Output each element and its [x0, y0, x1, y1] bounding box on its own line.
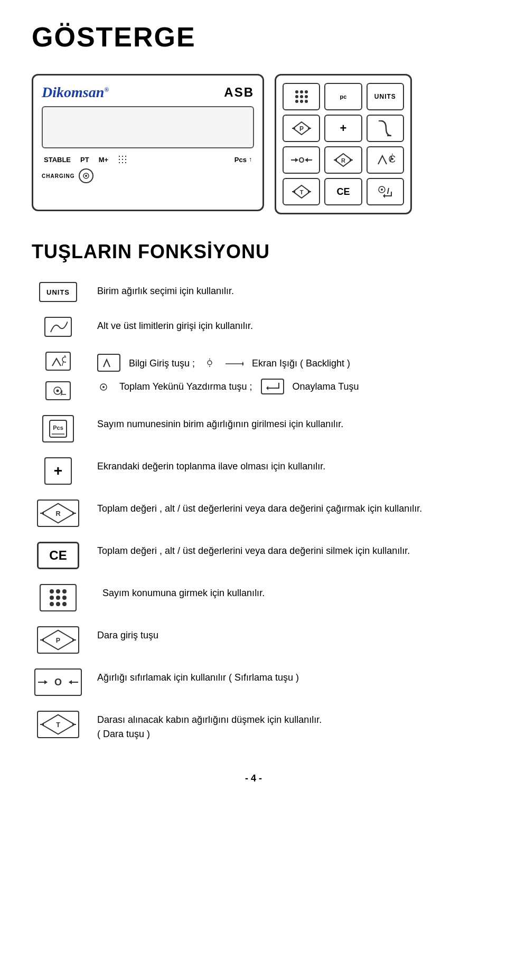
svg-marker-12: [305, 158, 308, 162]
backlight-text: Ekran Işığı ( Backlight ): [252, 356, 350, 371]
func-row-info: / /: [32, 352, 475, 400]
func-row-diamond-t: T Darası alınacak kabın ağırlığını düşme…: [32, 711, 475, 741]
func-row-ce: CE Toplam değeri , alt / üst değerlerini…: [32, 542, 475, 569]
svg-text:O: O: [298, 156, 304, 164]
svg-marker-18: [350, 158, 352, 162]
func-desc-arrow-o: Ağırlığı sıfırlamak için kullanılır ( Sı…: [97, 668, 475, 685]
func-row-pcs: Pcs Sayım numunesinin birim ağırlığının …: [32, 415, 475, 442]
key-arrow-o[interactable]: O: [283, 146, 320, 174]
svg-marker-16: [335, 158, 337, 162]
total-key-icon: [97, 380, 111, 394]
func-desc-plus: Ekrandaki değerin toplanma ilave olması …: [97, 457, 475, 474]
brand-logo: Dikomsan®: [42, 84, 109, 101]
svg-text:O: O: [54, 677, 62, 687]
key-plus[interactable]: +: [324, 115, 362, 142]
diamond-p-icon-box: P: [37, 626, 79, 654]
info-text1: Bilgi Giriş tuşu ;: [129, 356, 195, 371]
charging-icon: [79, 168, 93, 183]
display-box: [42, 106, 254, 148]
mplus-label: M+: [99, 156, 108, 164]
main-title: GÖSTERGE: [32, 21, 475, 53]
func-row-arrow-o: O Ağırlığı sıfırlamak için kullanılır ( …: [32, 668, 475, 696]
keypad-panel: pc UNITS P + O: [275, 74, 412, 214]
func-icon-info: / /: [32, 352, 84, 400]
svg-marker-28: [308, 190, 310, 194]
key-diamond-p[interactable]: P: [283, 115, 320, 142]
total-icon-box: /: [45, 381, 71, 400]
backlight-icon-inline: [203, 356, 216, 371]
pt-label: PT: [80, 156, 89, 164]
func-icon-arrow-o: O: [32, 668, 84, 696]
svg-marker-56: [72, 511, 74, 515]
svg-text:P: P: [299, 125, 304, 133]
func-desc-units: Birim ağırlık seçimi için kullanılır.: [97, 282, 475, 298]
key-plus-label: +: [340, 121, 347, 135]
svg-marker-44: [242, 362, 243, 366]
info-icon-box: /: [45, 352, 71, 371]
svg-text:Pcs: Pcs: [53, 425, 63, 431]
key-dots[interactable]: [283, 83, 320, 110]
units-icon-label: UNITS: [46, 288, 70, 296]
pcs-label: Pcs ↑: [234, 156, 252, 164]
pcs-icon-box: Pcs: [42, 415, 74, 442]
function-list: UNITS Birim ağırlık seçimi için kullanıl…: [32, 282, 475, 741]
plus-icon-box: +: [44, 457, 72, 485]
key-mixed[interactable]: /: [367, 146, 404, 174]
onaylama-text: Onaylama Tuşu: [293, 380, 359, 394]
func-desc-ce: Toplam değeri , alt / üst değerlerini ve…: [97, 542, 475, 558]
asb-label: ASB: [224, 85, 254, 100]
key-integral[interactable]: [367, 115, 404, 142]
svg-text:P: P: [56, 637, 60, 644]
info-key-label: [97, 354, 120, 373]
func-icon-units: UNITS: [32, 282, 84, 302]
func-desc-pcs: Sayım numunesinin birim ağırlığının giri…: [97, 415, 475, 431]
ce-icon-box: CE: [37, 542, 79, 569]
func-desc-dots: Sayım konumuna girmek için kullanılır.: [97, 584, 475, 600]
diamond-t-icon-box: T: [37, 711, 79, 738]
svg-marker-32: [383, 194, 385, 198]
svg-marker-54: [42, 511, 44, 515]
svg-point-37: [57, 390, 59, 392]
svg-point-46: [102, 386, 105, 388]
arrow-o-icon-box: O: [34, 668, 82, 696]
svg-marker-10: [295, 158, 298, 162]
dots-grid-icon-box: [40, 584, 77, 611]
svg-point-40: [208, 361, 212, 365]
func-row-dots: Sayım konumuna girmek için kullanılır.: [32, 584, 475, 611]
svg-marker-71: [42, 722, 44, 727]
key-pc-label: pc: [340, 93, 347, 100]
key-diamond-t[interactable]: T: [283, 178, 320, 205]
diamond-r-icon-box: R: [37, 500, 79, 527]
stable-label: STABLE: [44, 156, 71, 164]
units-icon-box: UNITS: [39, 282, 77, 302]
svg-text:R: R: [55, 510, 60, 517]
key-ce[interactable]: CE: [324, 178, 362, 205]
device-illustration: Dikomsan® ASB STABLE PT M+ Pcs ↑ CHARGIN…: [32, 74, 475, 214]
total-text1: Toplam Yekünü Yazdırma tuşu ;: [119, 380, 252, 394]
func-icon-diamond-p: P: [32, 626, 84, 654]
svg-text:/: /: [387, 187, 389, 195]
svg-marker-47: [266, 386, 268, 390]
limit-icon-box: [44, 317, 72, 337]
func-icon-dots: [32, 584, 84, 611]
func-desc-diamond-t: Darası alınacak kabın ağırlığını düşmek …: [97, 711, 475, 741]
func-icon-pcs: Pcs: [32, 415, 84, 442]
charging-section: CHARGING: [42, 168, 254, 183]
charging-label: CHARGING: [42, 173, 74, 179]
key-diamond-r[interactable]: R: [324, 146, 362, 174]
svg-marker-67: [69, 680, 72, 684]
key-ce-label: CE: [336, 186, 350, 197]
key-enter[interactable]: /: [367, 178, 404, 205]
func-row-units: UNITS Birim ağırlık seçimi için kullanıl…: [32, 282, 475, 302]
func-desc-diamond-r: Toplam değeri , alt / üst değerlerini ve…: [97, 500, 475, 516]
func-row-diamond-p: P Dara giriş tuşu: [32, 626, 475, 654]
status-row: STABLE PT M+ Pcs ↑: [42, 155, 254, 164]
key-units[interactable]: UNITS: [367, 83, 404, 110]
section-title: TUŞLARIN FONKSİYONU: [32, 241, 475, 263]
key-pc[interactable]: pc: [324, 83, 362, 110]
svg-marker-26: [293, 190, 295, 194]
svg-marker-60: [42, 638, 44, 642]
func-icon-diamond-r: R: [32, 500, 84, 527]
enter-icon-inline: [261, 379, 284, 394]
ce-icon-label: CE: [49, 548, 67, 563]
